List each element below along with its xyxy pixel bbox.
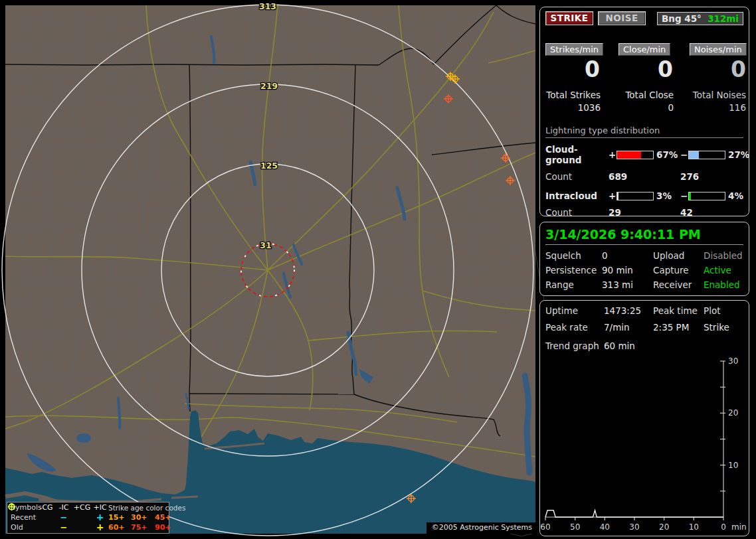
uptime-grid: Uptime 1473:25 Peak time Plot Peak rate … xyxy=(545,305,743,333)
ic-plus-pct: 3% xyxy=(654,191,680,201)
intracloud-row: Intracloud + 3% − 4% xyxy=(545,191,743,201)
uptime-value: 1473:25 xyxy=(604,305,653,316)
cg-minus-count: 276 xyxy=(680,171,743,182)
cloud-ground-row: Cloud-ground + 67% − 27% xyxy=(545,144,743,165)
svg-text:20: 20 xyxy=(728,408,738,418)
minus-icon: − xyxy=(55,523,72,532)
legend-recent-label: Recent xyxy=(11,513,37,522)
noises-per-min-counter: Noises/min 0 xyxy=(687,42,746,80)
minus-icon: − xyxy=(55,513,72,522)
legend-col-ncg: -CG xyxy=(37,503,55,512)
svg-text:30: 30 xyxy=(629,522,639,532)
count-label: Count xyxy=(545,171,609,182)
noises-per-min-button[interactable]: Noises/min xyxy=(690,43,747,56)
lightning-map[interactable]: 313 219 125 31 Symbols -CG -IC +CG +IC S… xyxy=(5,5,535,534)
total-close-value: 0 xyxy=(614,102,674,113)
plus-icon: + xyxy=(92,523,108,532)
legend-old-label: Old xyxy=(11,523,37,532)
svg-text:10: 10 xyxy=(728,461,738,470)
system-status-panel: 3/14/2026 9:40:11 PM Squelch 0 Upload Di… xyxy=(539,222,749,296)
svg-text:20: 20 xyxy=(659,522,669,532)
totals-row: Total Strikes 1036 Total Close 0 Total N… xyxy=(545,90,743,113)
legend-old-row: Old − + 60+ 75+ 90+ xyxy=(7,522,169,532)
intracloud-counts: Count 29 42 xyxy=(545,207,743,218)
age-code-15: 15+ xyxy=(108,513,131,522)
bearing-readout: Bng 45° 312mi xyxy=(657,12,743,25)
ring-label-313: 313 xyxy=(259,1,276,11)
total-close: Total Close 0 xyxy=(614,90,687,113)
count-label: Count xyxy=(545,207,609,218)
legend-header-row: Symbols -CG -IC +CG +IC Strike age color… xyxy=(7,502,169,512)
capture-value: Active xyxy=(704,265,743,275)
distribution-title: Lightning type distribution xyxy=(545,125,743,138)
svg-text:40: 40 xyxy=(600,522,610,532)
trend-panel: Uptime 1473:25 Peak time Plot Peak rate … xyxy=(539,300,749,536)
app-window: 313 219 125 31 Symbols -CG -IC +CG +IC S… xyxy=(0,0,756,539)
plot-value: Strike xyxy=(704,322,743,333)
minus-sign: − xyxy=(680,191,688,201)
age-code-60: 60+ xyxy=(108,523,131,532)
bearing-range-value: 312mi xyxy=(708,13,739,24)
ic-plus-count: 29 xyxy=(609,207,680,218)
legend-age-title: Strike age color codes xyxy=(108,504,179,512)
close-per-min-counter: Close/min 0 xyxy=(614,42,687,80)
cloud-ground-label: Cloud-ground xyxy=(545,144,609,165)
upload-label: Upload xyxy=(653,250,704,261)
age-code-30: 30+ xyxy=(131,513,155,522)
total-strikes: Total Strikes 1036 xyxy=(545,90,614,113)
cg-plus-bar xyxy=(616,151,654,159)
legend-col-pcg: +CG xyxy=(72,503,92,512)
peak-rate-label: Peak rate xyxy=(545,322,604,333)
total-noises-value: 116 xyxy=(687,102,746,113)
ic-minus-bar xyxy=(688,192,725,200)
trend-graph-row: Trend graph 60 min xyxy=(545,341,743,351)
total-strikes-value: 1036 xyxy=(545,102,601,113)
ic-plus-bar xyxy=(616,192,654,200)
total-noises: Total Noises 116 xyxy=(687,90,746,113)
receiver-value: Enabled xyxy=(704,279,743,290)
receiver-label: Receiver xyxy=(653,279,704,290)
total-strikes-label: Total Strikes xyxy=(545,90,601,100)
rate-counters: Strikes/min 0 Close/min 0 Noises/min 0 xyxy=(545,42,743,80)
plus-sign: + xyxy=(609,149,616,160)
map-svg: 313 219 125 31 xyxy=(5,5,535,534)
age-code-45: 45+ xyxy=(155,513,179,522)
noise-mode-button[interactable]: NOISE xyxy=(598,11,646,25)
squelch-label: Squelch xyxy=(545,250,602,261)
close-per-min-button[interactable]: Close/min xyxy=(618,43,670,56)
plus-sign: + xyxy=(609,191,616,201)
map-legend: Symbols -CG -IC +CG +IC Strike age color… xyxy=(7,502,169,534)
strikes-per-min-button[interactable]: Strikes/min xyxy=(545,43,603,56)
plot-label: Plot xyxy=(704,305,743,316)
peak-time-value: 2:35 PM xyxy=(653,322,704,333)
svg-text:30: 30 xyxy=(728,356,738,366)
peak-rate-value: 7/min xyxy=(604,322,653,333)
ic-minus-count: 42 xyxy=(680,207,743,218)
persistence-value: 90 min xyxy=(602,265,653,275)
status-grid: Squelch 0 Upload Disabled Persistence 90… xyxy=(545,250,743,290)
upload-value: Disabled xyxy=(704,250,743,261)
noises-per-min-value: 0 xyxy=(690,58,746,80)
legend-recent-row: Recent − + 15+ 30+ 45+ xyxy=(7,512,169,522)
cg-plus-count: 689 xyxy=(609,171,680,182)
range-label: Range xyxy=(545,279,602,290)
plus-icon: + xyxy=(92,513,108,522)
total-noises-label: Total Noises xyxy=(687,90,746,100)
ic-minus-pct: 4% xyxy=(725,191,746,201)
strike-mode-button[interactable]: STRIKE xyxy=(545,11,593,25)
ring-label-219: 219 xyxy=(260,81,278,91)
uptime-label: Uptime xyxy=(545,305,604,316)
legend-col-pic: +IC xyxy=(92,503,108,512)
trend-graph-label: Trend graph xyxy=(545,341,604,351)
mode-row: STRIKE NOISE Bng 45° 312mi xyxy=(545,11,743,25)
total-close-label: Total Close xyxy=(614,90,674,100)
strike-stats-panel: STRIKE NOISE Bng 45° 312mi Strikes/min 0… xyxy=(539,7,749,216)
age-code-90: 90+ xyxy=(155,523,179,532)
svg-text:50: 50 xyxy=(570,522,580,532)
age-code-75: 75+ xyxy=(131,523,155,532)
cloud-ground-counts: Count 689 276 xyxy=(545,171,743,182)
close-per-min-value: 0 xyxy=(618,58,687,80)
cg-minus-bar xyxy=(688,151,725,159)
bearing-label: Bng 45° xyxy=(662,13,702,24)
range-value: 313 mi xyxy=(602,279,653,290)
